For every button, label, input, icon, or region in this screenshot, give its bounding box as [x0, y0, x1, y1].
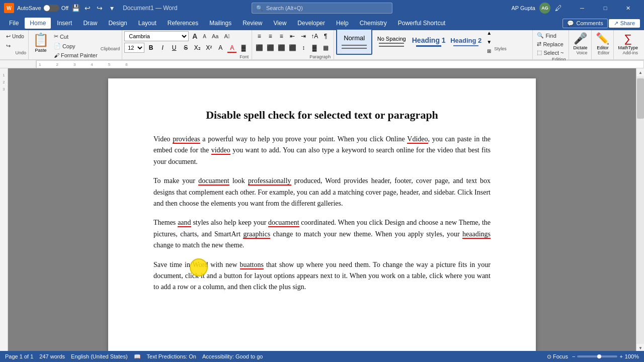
accessibility-status[interactable]: Accessibility: Good to go [202, 353, 263, 359]
save-icon[interactable]: 💾 [71, 4, 79, 12]
menu-file[interactable]: File [4, 18, 24, 29]
styles-down-button[interactable]: ▼ [485, 38, 493, 46]
style-no-spacing[interactable]: No Spacing [373, 29, 410, 55]
language-indicator[interactable]: English (United States) [71, 353, 128, 359]
customize-icon[interactable]: ▾ [108, 4, 116, 12]
sort-button[interactable]: ↑A [309, 31, 319, 41]
minimize-button[interactable]: ─ [571, 0, 594, 16]
autosave-label: AutoSave [17, 5, 41, 11]
document-page[interactable]: Disable spell check for selected text or… [108, 78, 536, 352]
undo-button[interactable]: ↩Undo [4, 32, 26, 41]
superscript-button[interactable]: X² [204, 43, 214, 53]
justify-button[interactable]: ⬛ [287, 43, 297, 53]
strikethrough-button[interactable]: S [181, 43, 191, 53]
document-scroll[interactable]: Disable spell check for selected text or… [8, 68, 636, 352]
italic-button[interactable]: I [157, 43, 168, 53]
menu-view[interactable]: View [269, 18, 292, 29]
misspelled-docuament2: docuament [268, 219, 299, 227]
style-no-spacing-preview: No Spacing [377, 36, 406, 42]
dictate-button[interactable]: 🎤 Dictate [573, 32, 587, 50]
subscript-button[interactable]: X₂ [192, 43, 202, 53]
align-left-button[interactable]: ⬛ [254, 43, 264, 53]
line-spacing-button[interactable]: ↕ [298, 43, 308, 53]
style-heading2[interactable]: Heading 2 [448, 29, 484, 55]
style-heading1[interactable]: Heading 1 [411, 29, 447, 55]
multilevel-button[interactable]: ≡ [276, 31, 286, 41]
text-predictions[interactable]: Text Predictions: On [147, 353, 196, 359]
menu-powerful-shortcut[interactable]: Powerful Shortcut [393, 18, 451, 29]
menu-home[interactable]: Home [25, 18, 51, 29]
menu-developer[interactable]: Developer [292, 18, 330, 29]
shading-button[interactable]: ▓ [238, 43, 249, 53]
redo-icon[interactable]: ↪ [96, 4, 104, 12]
zoom-slider[interactable] [577, 355, 617, 357]
comments-button[interactable]: 💬 Comments [562, 19, 607, 28]
styles-expand-button[interactable]: ⊞ [485, 47, 493, 55]
document-title: Document1 — Word [123, 5, 178, 12]
autosave-toggle[interactable] [43, 5, 59, 12]
bold-button[interactable]: B [146, 43, 156, 53]
focus-button[interactable]: ⊙ Focus [547, 353, 568, 360]
menu-mailings[interactable]: Mailings [204, 18, 236, 29]
underline-button[interactable]: U [169, 43, 179, 53]
vertical-scrollbar[interactable]: ▲ ▼ [636, 68, 644, 352]
undo-icon[interactable]: ↩ [84, 4, 92, 12]
replace-button[interactable]: ⇄ Replace [535, 40, 566, 48]
zoom-in-icon[interactable]: + [619, 353, 622, 359]
font-section-label: Font [239, 54, 249, 60]
font-grow-button[interactable]: A [190, 31, 199, 41]
ribbon-toggle-icon[interactable]: 🖊 [554, 4, 562, 12]
font-shrink-button[interactable]: A [201, 33, 208, 40]
style-normal[interactable]: Normal [336, 29, 372, 55]
copy-button[interactable]: 📄Copy [52, 42, 100, 50]
share-button[interactable]: ↗ Share [609, 19, 640, 28]
clear-format-button[interactable]: A⃝ [222, 32, 231, 40]
scroll-track[interactable] [636, 76, 644, 344]
font-color-button[interactable]: A [227, 43, 237, 53]
menu-draw[interactable]: Draw [78, 18, 102, 29]
focus-label: Focus [553, 353, 568, 359]
search-box[interactable]: 🔍 Search (Alt+Q) [252, 3, 392, 14]
numbering-button[interactable]: ≡ [265, 31, 275, 41]
menu-help[interactable]: Help [331, 18, 354, 29]
menu-chemistry[interactable]: Chemistry [355, 18, 392, 29]
decrease-indent-button[interactable]: ⇤ [287, 31, 297, 41]
scroll-up-button[interactable]: ▲ [636, 68, 644, 76]
menu-insert[interactable]: Insert [52, 18, 77, 29]
increase-indent-button[interactable]: ⇥ [298, 31, 308, 41]
para-shading-button[interactable]: ▓ [309, 43, 319, 53]
align-right-button[interactable]: ⬛ [276, 43, 286, 53]
app-icon: W [4, 3, 14, 13]
font-name-select[interactable]: Cambria [124, 31, 189, 41]
close-button[interactable]: ✕ [617, 0, 640, 16]
maximize-button[interactable]: □ [594, 0, 617, 16]
zoom-control[interactable]: − + 100% [572, 353, 639, 359]
paste-button[interactable]: 📋 Paste [31, 31, 51, 52]
select-button[interactable]: ⬚ Select ~ [535, 48, 566, 57]
bullets-button[interactable]: ≡ [254, 31, 264, 41]
editor-button[interactable]: ✏️ Editor [596, 32, 609, 50]
scroll-thumb[interactable] [637, 78, 644, 119]
borders-button[interactable]: ▦ [320, 43, 331, 53]
case-button[interactable]: Aa [210, 32, 220, 40]
menu-design[interactable]: Design [103, 18, 132, 29]
align-center-button[interactable]: ⬛ [265, 43, 275, 53]
format-painter-button[interactable]: 🖌Format Painter [52, 51, 100, 59]
menu-references[interactable]: References [163, 18, 203, 29]
find-button[interactable]: 🔍 Find [535, 31, 566, 40]
menu-layout[interactable]: Layout [133, 18, 162, 29]
zoom-out-icon[interactable]: − [572, 353, 575, 359]
font-size-select[interactable]: 12 [124, 43, 144, 53]
mathtype-button[interactable]: ∑ MathType [618, 32, 638, 50]
paragraph-2[interactable]: To make your docuament look professaiona… [153, 175, 491, 209]
redo-button[interactable]: ↪ [4, 42, 26, 50]
menu-review[interactable]: Review [237, 18, 267, 29]
paragraph-3[interactable]: Themes aand styles also help keep your d… [153, 217, 491, 251]
show-marks-button[interactable]: ¶ [320, 31, 331, 41]
find-icon: 🔍 [537, 32, 544, 39]
styles-up-button[interactable]: ▲ [485, 29, 493, 37]
text-highlight-button[interactable]: A [215, 43, 225, 53]
cut-button[interactable]: ✂Cut [52, 32, 100, 41]
paragraph-1[interactable]: Video provideas a powerful way to help y… [153, 134, 491, 167]
ruler-area: 123456 [0, 60, 644, 68]
